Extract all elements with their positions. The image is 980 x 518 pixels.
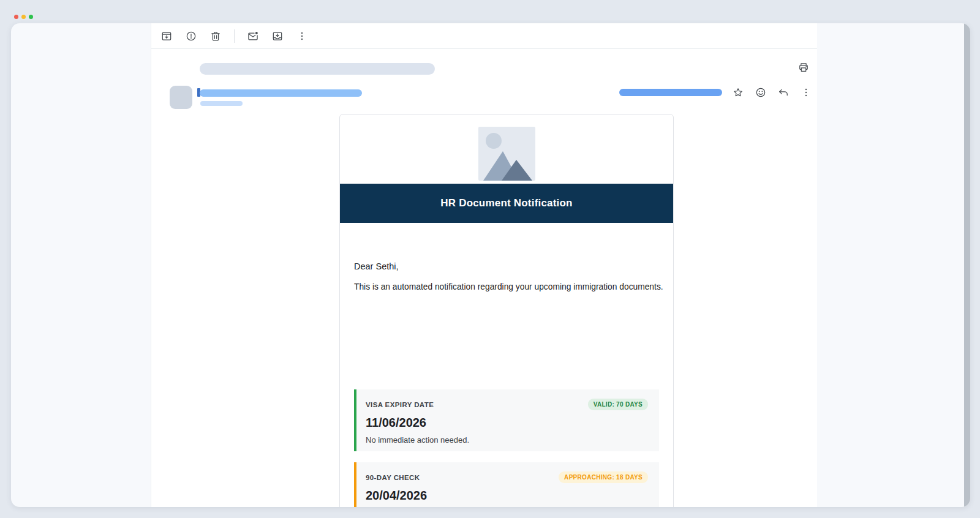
ninety-day-check-label: 90-DAY CHECK [366,474,420,481]
mark-unread-icon [247,30,259,42]
archive-icon [160,30,173,42]
report-spam-icon [185,30,197,42]
archive-button[interactable] [160,30,173,42]
window-controls [14,15,33,19]
visa-expiry-card: VISA EXPIRY DATE VALID: 70 DAYS 11/06/20… [354,389,659,451]
email-title-banner: HR Document Notification [340,184,673,223]
more-vertical-icon [296,30,308,42]
intro-text: This is an automated notification regard… [354,282,663,291]
visa-expiry-label: VISA EXPIRY DATE [366,401,434,408]
email-content-card: HR Document Notification Dear Sethi, Thi… [339,114,674,507]
recipient-placeholder-bar[interactable] [200,101,243,106]
status-badge: VALID: 70 DAYS [588,399,648,410]
email-toolbar [151,23,817,49]
status-badge: APPROACHING: 18 DAYS [559,471,648,483]
greeting-text: Dear Sethi, [354,261,399,271]
visa-expiry-note: No immediate action needed. [366,435,648,445]
star-icon [732,86,744,99]
reply-button[interactable] [777,86,790,99]
move-to-inbox-icon [271,30,284,42]
message-more-button[interactable] [800,86,812,99]
mark-unread-button[interactable] [247,30,259,42]
mail-app-window: HR Document Notification Dear Sethi, Thi… [11,23,970,507]
timestamp-placeholder-bar [619,89,722,96]
minimize-window-button[interactable] [21,15,26,19]
more-vertical-icon [800,86,812,99]
vertical-scrollbar[interactable] [964,23,970,507]
star-button[interactable] [732,86,744,99]
print-button[interactable] [797,61,810,73]
message-actions [732,86,812,99]
trash-icon [209,30,222,42]
report-spam-button[interactable] [185,30,197,42]
email-hero-section [340,114,673,184]
sender-name-placeholder-bar [200,89,362,97]
visa-expiry-date: 11/06/2026 [366,416,648,430]
delete-button[interactable] [209,30,222,42]
emoji-reaction-button[interactable] [755,86,767,99]
move-to-inbox-button[interactable] [271,30,284,42]
toolbar-more-button[interactable] [296,30,308,42]
sender-avatar[interactable] [170,86,192,109]
subject-placeholder-bar [200,63,435,75]
broken-image-placeholder-icon [478,127,535,181]
ninety-day-check-date: 20/04/2026 [366,489,648,503]
email-reading-pane: HR Document Notification Dear Sethi, Thi… [151,23,817,507]
ninety-day-check-card: 90-DAY CHECK APPROACHING: 18 DAYS 20/04/… [354,462,659,507]
print-icon [797,61,810,73]
toolbar-divider [234,29,235,43]
emoji-icon [755,86,767,99]
email-title: HR Document Notification [440,197,572,209]
zoom-window-button[interactable] [29,15,33,19]
close-window-button[interactable] [14,15,18,19]
reply-icon [777,86,790,99]
